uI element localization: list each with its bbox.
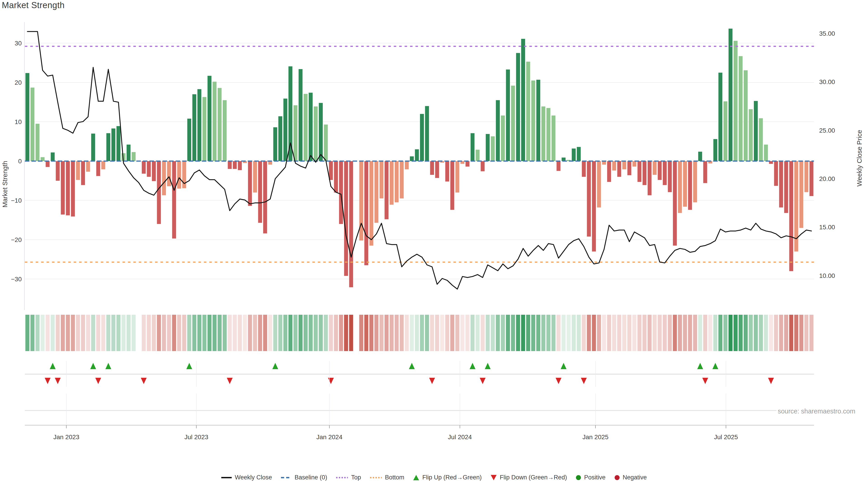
heatmap-cell[interactable] [314, 315, 318, 351]
heatmap-cell[interactable] [66, 315, 70, 351]
strength-bar[interactable] [46, 161, 50, 167]
strength-bar[interactable] [349, 161, 353, 287]
heatmap-cell[interactable] [759, 315, 763, 351]
strength-bar[interactable] [789, 161, 793, 271]
heatmap-cell[interactable] [202, 315, 206, 351]
heatmap-cell[interactable] [283, 315, 287, 351]
heatmap-cell[interactable] [299, 315, 303, 351]
heatmap-cell[interactable] [617, 315, 621, 351]
strength-bar[interactable] [131, 152, 135, 161]
strength-bar[interactable] [496, 100, 500, 161]
heatmap-cell[interactable] [557, 315, 561, 351]
heatmap-cell[interactable] [395, 315, 399, 351]
strength-bar[interactable] [339, 161, 343, 224]
flip-up-marker[interactable] [469, 363, 475, 369]
heatmap-cell[interactable] [734, 315, 738, 351]
strength-bar[interactable] [187, 119, 191, 161]
strength-bar[interactable] [617, 161, 621, 177]
heatmap-cell[interactable] [86, 315, 90, 351]
heatmap-cell[interactable] [658, 315, 662, 351]
heatmap-cell[interactable] [162, 315, 166, 351]
heatmap-cell[interactable] [638, 315, 642, 351]
strength-bar[interactable] [587, 161, 591, 236]
heatmap-cell[interactable] [516, 315, 520, 351]
strength-bar[interactable] [273, 127, 277, 161]
strength-bar[interactable] [754, 101, 758, 161]
heatmap-cell[interactable] [713, 315, 717, 351]
strength-bar[interactable] [369, 161, 373, 246]
strength-bar[interactable] [405, 161, 409, 169]
heatmap-cell[interactable] [263, 315, 267, 351]
heatmap-cell[interactable] [809, 315, 813, 351]
strength-bar[interactable] [481, 161, 485, 171]
strength-bar[interactable] [299, 69, 303, 161]
heatmap-cell[interactable] [602, 315, 606, 351]
strength-bar[interactable] [86, 161, 90, 172]
strength-bar[interactable] [415, 149, 419, 161]
legend-item-positive[interactable]: Positive [576, 474, 606, 481]
strength-bar[interactable] [663, 161, 666, 185]
flip-up-marker[interactable] [712, 363, 718, 369]
strength-bar[interactable] [435, 161, 439, 178]
strength-bar[interactable] [471, 133, 474, 161]
strength-bar[interactable] [167, 161, 171, 186]
strength-bar[interactable] [116, 126, 120, 161]
strength-bar[interactable] [430, 161, 434, 175]
strength-bar[interactable] [71, 161, 75, 217]
heatmap-cell[interactable] [739, 315, 743, 351]
heatmap-cell[interactable] [622, 315, 626, 351]
strength-bar[interactable] [375, 161, 378, 223]
flip-down-marker[interactable] [429, 378, 435, 384]
heatmap-cell[interactable] [673, 315, 677, 351]
heatmap-cell[interactable] [359, 315, 363, 351]
heatmap-cell[interactable] [430, 315, 434, 351]
strength-bar[interactable] [233, 161, 237, 169]
heatmap-cell[interactable] [349, 315, 353, 351]
strength-bar[interactable] [759, 118, 763, 161]
heatmap-cell[interactable] [101, 315, 105, 351]
heatmap-cell[interactable] [81, 315, 85, 351]
heatmap-cell[interactable] [374, 315, 378, 351]
strength-bar[interactable] [96, 161, 100, 176]
strength-bar[interactable] [749, 109, 753, 161]
strength-bar[interactable] [521, 39, 525, 161]
heatmap-cell[interactable] [607, 315, 611, 351]
heatmap-cell[interactable] [218, 315, 222, 351]
strength-bar[interactable] [101, 161, 105, 169]
flip-down-marker[interactable] [55, 378, 61, 384]
strength-bar[interactable] [713, 139, 717, 161]
strength-bar[interactable] [309, 93, 313, 161]
strength-bar[interactable] [218, 88, 221, 161]
flip-up-marker[interactable] [272, 363, 278, 369]
heatmap-cell[interactable] [177, 315, 181, 351]
heatmap-cell[interactable] [25, 315, 29, 351]
strength-bar[interactable] [501, 116, 505, 161]
heatmap-cell[interactable] [131, 315, 135, 351]
strength-bar[interactable] [728, 29, 733, 161]
strength-bar[interactable] [162, 161, 166, 195]
heatmap-cell[interactable] [344, 315, 348, 351]
strength-bar[interactable] [395, 161, 399, 202]
flip-down-marker[interactable] [45, 378, 51, 384]
strength-bar[interactable] [293, 105, 298, 161]
heatmap-cell[interactable] [546, 315, 550, 351]
strength-bar[interactable] [739, 56, 743, 161]
heatmap-cell[interactable] [253, 315, 257, 351]
strength-bar[interactable] [779, 161, 783, 207]
strength-bar[interactable] [253, 161, 257, 193]
strength-bar[interactable] [658, 161, 662, 180]
strength-bar[interactable] [804, 161, 808, 192]
heatmap-cell[interactable] [592, 315, 596, 351]
strength-bar[interactable] [192, 94, 196, 161]
strength-bar[interactable] [223, 100, 226, 161]
strength-bar[interactable] [622, 161, 626, 169]
heatmap-cell[interactable] [567, 315, 571, 351]
heatmap-cell[interactable] [572, 315, 576, 351]
strength-bar[interactable] [81, 161, 85, 185]
strength-bar[interactable] [324, 125, 328, 161]
flip-up-marker[interactable] [90, 363, 96, 369]
strength-bar[interactable] [486, 134, 490, 161]
heatmap-cell[interactable] [486, 315, 490, 351]
heatmap-cell[interactable] [789, 315, 793, 351]
strength-bar[interactable] [597, 161, 601, 207]
